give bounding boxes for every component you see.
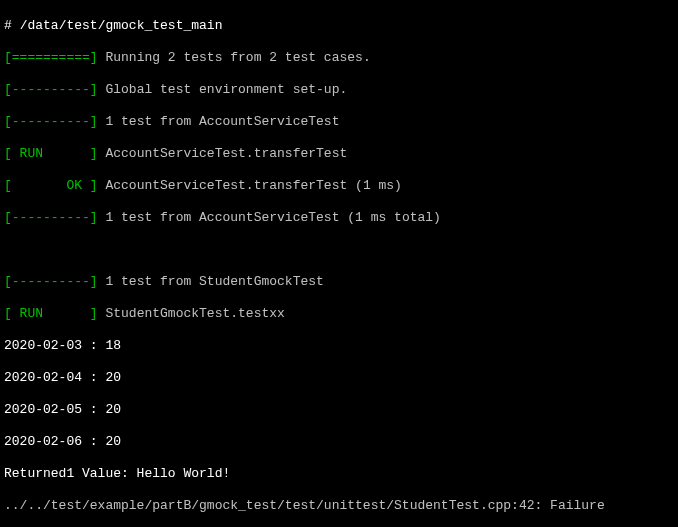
output-line: 2020-02-04 : 20 bbox=[4, 370, 121, 385]
suite-header: 1 test from AccountServiceTest bbox=[105, 114, 339, 129]
terminal-output: # /data/test/gmock_test_main [==========… bbox=[0, 0, 678, 527]
gtest-run-label: [ RUN ] bbox=[4, 146, 98, 161]
output-line: 2020-02-03 : 18 bbox=[4, 338, 121, 353]
suite-header: 1 test from StudentGmockTest bbox=[105, 274, 323, 289]
output-line: Returned1 Value: Hello World! bbox=[4, 466, 230, 481]
gtest-env-setup: Global test environment set-up. bbox=[105, 82, 347, 97]
gtest-sep: [----------] bbox=[4, 210, 98, 225]
prompt[interactable]: # bbox=[4, 18, 12, 33]
gtest-running: Running 2 tests from 2 test cases. bbox=[105, 50, 370, 65]
gtest-sep: [----------] bbox=[4, 114, 98, 129]
gtest-ok-label: [ OK ] bbox=[4, 178, 98, 193]
failure-location: ../../test/example/partB/gmock_test/test… bbox=[4, 498, 605, 513]
gtest-sep: [----------] bbox=[4, 274, 98, 289]
gtest-banner: [==========] bbox=[4, 50, 98, 65]
test-name: StudentGmockTest.testxx bbox=[105, 306, 284, 321]
suite-total: 1 test from AccountServiceTest (1 ms tot… bbox=[105, 210, 440, 225]
command: /data/test/gmock_test_main bbox=[20, 18, 223, 33]
output-line: 2020-02-05 : 20 bbox=[4, 402, 121, 417]
output-line: 2020-02-06 : 20 bbox=[4, 434, 121, 449]
test-ok: AccountServiceTest.transferTest (1 ms) bbox=[105, 178, 401, 193]
gtest-run-label: [ RUN ] bbox=[4, 306, 98, 321]
test-name: AccountServiceTest.transferTest bbox=[105, 146, 347, 161]
gtest-sep: [----------] bbox=[4, 82, 98, 97]
